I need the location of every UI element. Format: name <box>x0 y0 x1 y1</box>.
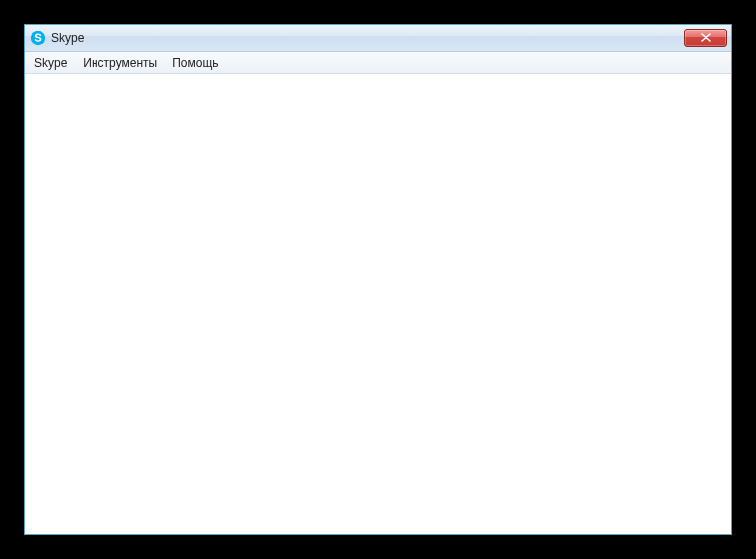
close-button[interactable] <box>684 29 727 47</box>
menu-item-skype[interactable]: Skype <box>27 54 75 72</box>
content-area <box>25 74 731 534</box>
close-icon <box>701 33 711 42</box>
app-window: Skype Skype Инструменты Помощь <box>24 24 732 535</box>
menubar: Skype Инструменты Помощь <box>25 52 731 74</box>
menu-item-help[interactable]: Помощь <box>164 54 225 72</box>
window-title: Skype <box>51 31 684 45</box>
skype-icon <box>31 31 46 46</box>
menu-item-tools[interactable]: Инструменты <box>75 54 164 72</box>
titlebar[interactable]: Skype <box>25 25 731 52</box>
